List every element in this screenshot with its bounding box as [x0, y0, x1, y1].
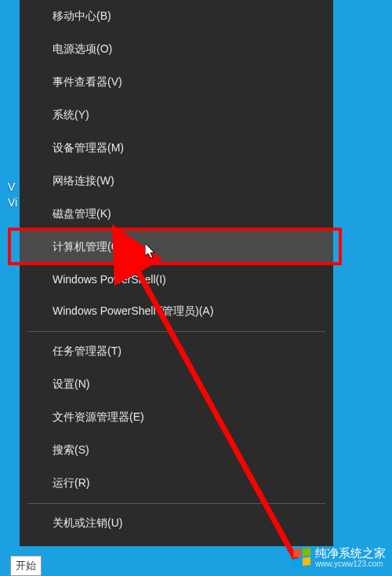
menu-item-system[interactable]: 系统(Y): [20, 99, 333, 132]
menu-label: 设置(N): [53, 377, 89, 390]
menu-label: 文件资源管理器(E): [53, 410, 144, 423]
menu-label: 运行(R): [53, 476, 89, 489]
menu-label: Windows PowerShell (管理员)(A): [53, 304, 213, 317]
menu-item-device-manager[interactable]: 设备管理器(M): [20, 132, 333, 165]
menu-item-mobility-center[interactable]: 移动中心(B): [20, 0, 333, 33]
watermark-title: 纯净系统之家: [315, 546, 386, 560]
menu-label: 磁盘管理(K): [53, 207, 111, 220]
menu-item-power-options[interactable]: 电源选项(O): [20, 33, 333, 66]
desktop-text-1: V: [8, 180, 15, 193]
menu-item-network-connections[interactable]: 网络连接(W): [20, 165, 333, 198]
menu-label: 系统(Y): [53, 108, 89, 121]
menu-label: Windows PowerShell(I): [53, 273, 166, 286]
menu-label: 设备管理器(M): [53, 141, 124, 154]
menu-label: 网络连接(W): [53, 174, 114, 187]
menu-separator: [27, 503, 325, 504]
menu-label: 关机或注销(U): [53, 516, 122, 529]
menu-item-shutdown-signout[interactable]: 关机或注销(U): [20, 507, 333, 540]
menu-label: 任务管理器(T): [53, 345, 122, 357]
menu-item-disk-management[interactable]: 磁盘管理(K): [20, 198, 333, 231]
desktop-text-2: Vi: [8, 196, 17, 209]
menu-label: 事件查看器(V): [53, 75, 122, 88]
menu-item-powershell-admin[interactable]: Windows PowerShell (管理员)(A): [20, 295, 333, 328]
start-button-tooltip: 开始: [10, 556, 42, 576]
menu-item-settings[interactable]: 设置(N): [20, 368, 333, 401]
menu-item-computer-management[interactable]: 计算机管理(G): [20, 231, 333, 264]
menu-item-event-viewer[interactable]: 事件查看器(V): [20, 66, 333, 99]
menu-item-file-explorer[interactable]: 文件资源管理器(E): [20, 401, 333, 434]
menu-item-search[interactable]: 搜索(S): [20, 434, 333, 467]
menu-label: 电源选项(O): [53, 42, 112, 55]
watermark: 纯净系统之家 www.ycww123.com: [293, 546, 386, 568]
menu-label: 移动中心(B): [53, 9, 111, 22]
menu-separator: [27, 331, 325, 332]
menu-item-powershell[interactable]: Windows PowerShell(I): [20, 264, 333, 295]
menu-label: 搜索(S): [53, 443, 89, 456]
winx-context-menu: 移动中心(B) 电源选项(O) 事件查看器(V) 系统(Y) 设备管理器(M) …: [20, 0, 333, 546]
windows-logo-icon: [293, 548, 310, 567]
menu-item-task-manager[interactable]: 任务管理器(T): [20, 335, 333, 368]
menu-label: 计算机管理(G): [53, 240, 123, 253]
menu-item-run[interactable]: 运行(R): [20, 467, 333, 500]
watermark-url: www.ycww123.com: [315, 560, 386, 568]
